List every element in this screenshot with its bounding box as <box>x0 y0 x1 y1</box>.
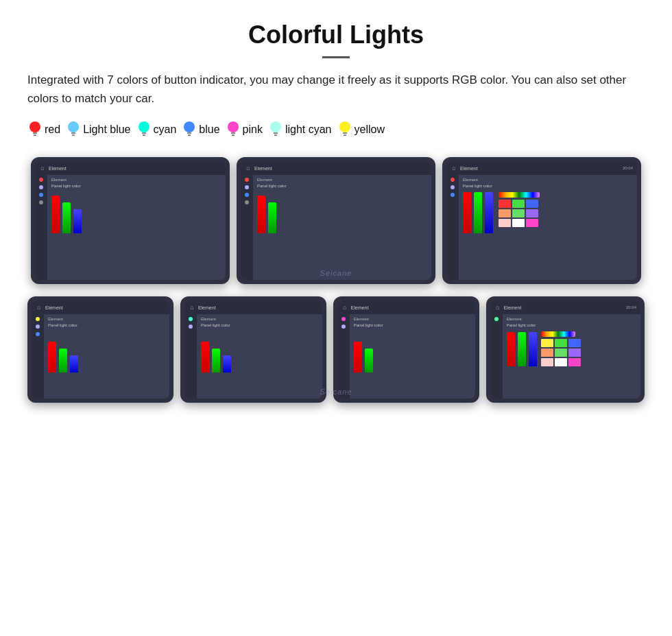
light-cyan-bulb-icon <box>268 120 283 139</box>
bar-green-4 <box>59 349 67 373</box>
swatch-top-5 <box>526 209 538 217</box>
sidebar-dot6-pink <box>341 317 346 321</box>
topbar-label-2: Element <box>254 166 272 171</box>
home-icon-6: ⌂ <box>341 304 348 311</box>
home-icon-7: ⌂ <box>494 304 501 311</box>
light-blue-label: Light blue <box>83 123 130 136</box>
swatch-bottom-0 <box>541 339 553 347</box>
sidebar-dot6-blue <box>341 325 346 329</box>
swatch-bottom-4 <box>555 349 567 357</box>
swatch-top-4 <box>512 209 525 217</box>
svg-point-12 <box>228 121 239 132</box>
title-divider <box>322 56 350 58</box>
sidebar-dot-blue2 <box>39 193 43 197</box>
sidebar-dot-red <box>39 178 43 182</box>
bottom-screens-row: ⌂ Element Element Panel light color <box>27 296 645 403</box>
device-screen-5: ⌂ Element Element Panel light color <box>180 296 326 403</box>
sidebar-dot2-red <box>245 178 249 182</box>
svg-rect-8 <box>143 134 145 136</box>
svg-rect-5 <box>72 134 75 136</box>
svg-rect-13 <box>231 132 235 134</box>
screen-content-4: Element Panel light color <box>32 314 169 399</box>
bar-red-1 <box>51 196 60 233</box>
home-icon-1: ⌂ <box>39 165 46 172</box>
light-blue-bulb-icon <box>66 120 81 139</box>
pink-bulb-icon <box>226 120 241 139</box>
svg-rect-10 <box>187 132 191 134</box>
bar-green-3 <box>474 192 482 233</box>
screen-main-3: Element Panel light color <box>459 175 637 280</box>
svg-rect-20 <box>344 134 346 136</box>
color-bars-1 <box>51 192 221 233</box>
bar-green-7 <box>518 332 526 366</box>
color-bars-6 <box>354 331 471 373</box>
topbar-right-7: 20:04 <box>626 305 636 309</box>
screen-topbar-2: ⌂ Element <box>241 161 431 175</box>
panel-label-4: Element <box>48 317 165 321</box>
screen-inner-4: ⌂ Element Element Panel light color <box>32 301 169 399</box>
swatches-section-bottom <box>541 331 581 366</box>
bottom-screens-container: ⌂ Element Element Panel light color <box>27 296 645 403</box>
bar-blue-3 <box>485 192 493 233</box>
swatch-bottom-5 <box>568 349 581 357</box>
swatch-top-7 <box>512 219 525 227</box>
screen-main-7: Element Panel light color <box>503 314 640 399</box>
bar-blue-1 <box>73 209 82 233</box>
screen-sidebar-1 <box>35 175 47 280</box>
panel-label-6: Element <box>354 317 471 321</box>
screen-sidebar-2 <box>241 175 253 280</box>
sidebar-dot3-red <box>451 178 455 182</box>
device-screen-1: ⌂ Element Element Panel light color <box>31 157 230 284</box>
svg-rect-16 <box>274 132 278 134</box>
description-text: Integrated with 7 colors of button indic… <box>27 71 645 108</box>
screen-sidebar-4 <box>32 314 44 399</box>
screen7-content <box>507 331 636 366</box>
panel-title-7: Panel light color <box>507 323 636 327</box>
swatch-grid-top <box>499 200 540 227</box>
swatch-top-2 <box>526 200 538 208</box>
panel-label-1: Element <box>51 178 221 182</box>
panel-label-3: Element <box>463 178 633 182</box>
svg-point-15 <box>270 121 281 132</box>
bar-green-6 <box>365 349 373 373</box>
sidebar-dot4-yellow <box>36 317 40 321</box>
screen-topbar-4: ⌂ Element <box>32 301 169 314</box>
bar-blue-4 <box>70 355 78 373</box>
color-bars-3 <box>463 192 493 233</box>
svg-rect-11 <box>188 134 191 136</box>
home-icon-4: ⌂ <box>36 304 43 311</box>
home-icon-5: ⌂ <box>189 304 195 311</box>
home-icon-2: ⌂ <box>245 165 252 172</box>
time-7: 20:04 <box>626 305 636 309</box>
swatch-bottom-6 <box>541 358 553 366</box>
page-wrapper: Colorful Lights Integrated with 7 colors… <box>0 0 672 443</box>
color-bars-2 <box>257 192 427 233</box>
time-3: 20:04 <box>623 166 633 170</box>
screen-content-3: Element Panel light color <box>446 175 637 280</box>
svg-point-3 <box>68 121 79 132</box>
bar-green-1 <box>62 202 71 233</box>
sidebar-dot-gray <box>39 200 43 204</box>
screen-inner-2: ⌂ Element Element Panel light color <box>241 161 431 280</box>
sidebar-dot-blue <box>39 185 43 189</box>
screen-content-5: Element Panel light color <box>184 314 322 399</box>
color-bars-7 <box>507 331 537 366</box>
svg-point-9 <box>184 121 195 132</box>
screen-topbar-6: ⌂ Element <box>337 301 475 314</box>
screen-inner-7: ⌂ Element 20:04 Element Panel light colo… <box>490 301 640 399</box>
screen-main-1: Element Panel light color <box>47 175 226 280</box>
bar-red-4 <box>48 342 56 373</box>
screen-content-6: Element Panel light color <box>337 314 475 399</box>
panel-label-5: Element <box>201 317 318 321</box>
swatch-top-0 <box>499 200 511 208</box>
color-bars-4 <box>48 331 165 373</box>
sidebar-dot2-blue <box>245 185 249 189</box>
yellow-bulb-icon <box>337 120 352 139</box>
bar-red-3 <box>463 192 471 233</box>
sidebar-dot2-gray <box>245 200 249 204</box>
screen-content-1: Element Panel light color <box>35 175 226 280</box>
bar-green-5 <box>212 349 220 373</box>
page-title: Colorful Lights <box>27 21 645 49</box>
color-item-blue: blue <box>182 120 219 139</box>
device-screen-2: ⌂ Element Element Panel light color <box>237 157 435 284</box>
